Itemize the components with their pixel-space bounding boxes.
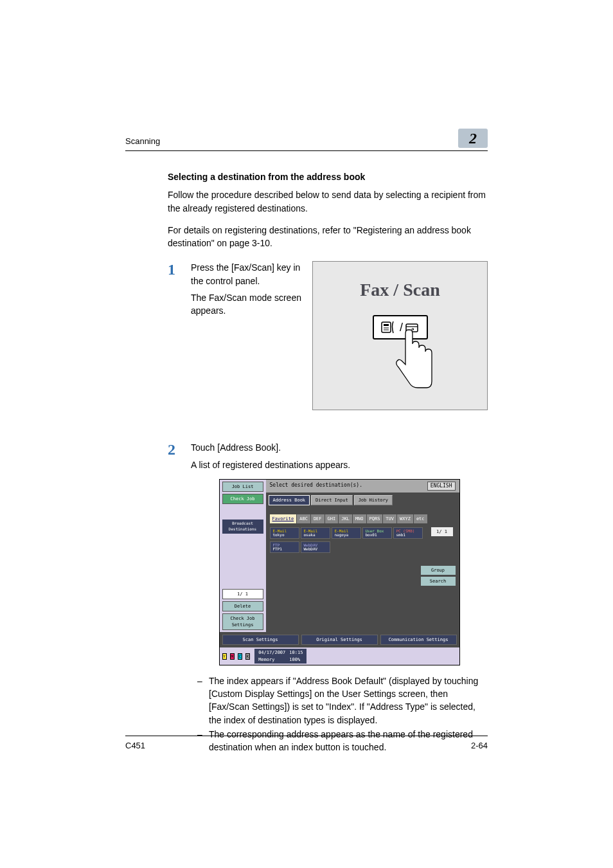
index-wxyz[interactable]: WXYZ [397,514,413,523]
dest-ftp1[interactable]: FTPFTP1 [270,541,299,553]
tab-address-book[interactable]: Address Book [269,495,310,505]
chapter-number: 2 [469,127,477,150]
screenshot-left-column: Job List Check Job Broadcast Destination… [220,480,266,632]
tab-job-history[interactable]: Job History [354,495,393,505]
search-button[interactable]: Search [421,577,456,586]
broadcast-dest-label: Broadcast Destinations [222,520,263,533]
page-footer: C451 2-64 [125,736,488,752]
section-name: Scanning [125,136,160,148]
dest-tokyo[interactable]: E-Mailtokyo [270,527,299,539]
dash-icon: – [191,674,209,727]
toner-k-icon: K [245,653,250,660]
status-time: 10:15 [289,650,303,655]
dest-osaka[interactable]: E-Mailosaka [301,527,330,539]
toner-y-icon: Y [222,653,227,660]
index-tuv[interactable]: TUV [383,514,396,523]
tab-direct-input[interactable]: Direct Input [311,495,353,505]
step-2-line-1: Touch [Address Book]. [191,441,488,454]
intro-paragraph-2: For details on registering destinations,… [168,224,488,250]
index-pqrs[interactable]: PQRS [367,514,383,523]
fax-scan-label: Fax / Scan [360,277,440,303]
index-def[interactable]: DEF [311,514,324,523]
footer-model: C451 [125,740,145,752]
screenshot-title: Select desired destination(s). [270,482,363,491]
group-button[interactable]: Group [421,566,456,575]
index-etc[interactable]: etc [414,514,427,523]
check-job-settings-button[interactable]: Check Job Settings [222,613,263,630]
language-badge[interactable]: ENGLISH [427,482,456,491]
step-2-line-2: A list of registered destinations appear… [191,458,488,471]
screenshot-status-bar: Y M C K 04/17/2007 Memory 10:15 [220,647,459,664]
dest-smb1[interactable]: PC (SMB)smb1 [393,527,423,539]
step-2: 2 Touch [Address Book]. A list of regist… [168,439,488,755]
intro-paragraph-1: Follow the procedure described below to … [168,188,488,215]
step-1-line-2: The Fax/Scan mode screen appears. [191,291,303,318]
dest-webdav[interactable]: WebDAVWebDAV [301,541,330,553]
section-title: Selecting a destination from the address… [168,170,488,183]
hand-pointer-icon [395,326,440,403]
communication-settings-button[interactable]: Communication Settings [380,635,457,645]
step-1-line-1: Press the [Fax/Scan] key in the control … [191,261,303,287]
step-2-number: 2 [168,439,191,461]
status-memory-label: Memory [258,657,274,662]
fax-scan-screenshot: Job List Check Job Broadcast Destination… [219,479,460,665]
step-1: 1 Press the [Fax/Scan] key in the contro… [168,258,488,410]
index-favorite[interactable]: Favorite [270,514,297,523]
scan-settings-button[interactable]: Scan Settings [222,635,299,645]
svg-rect-1 [384,324,389,326]
toner-m-icon: M [230,653,235,660]
index-abc[interactable]: ABC [297,514,310,523]
status-date: 04/17/2007 [258,650,285,655]
bullet-1: – The index appears if "Address Book Def… [191,674,488,727]
page-header: Scanning 2 [125,129,488,151]
footer-page: 2-64 [471,740,488,752]
index-jkl[interactable]: JKL [339,514,352,523]
toner-c-icon: C [238,653,242,660]
delete-button[interactable]: Delete [222,601,263,611]
check-job-button[interactable]: Check Job [222,494,263,504]
dest-page-indicator: 1/ 1 [431,527,453,536]
original-settings-button[interactable]: Original Settings [301,635,378,645]
index-mno[interactable]: MNO [353,514,366,523]
step-1-number: 1 [168,258,191,281]
dest-nagoya[interactable]: E-Mailnagoya [332,527,361,539]
bullet-1-text: The index appears if "Address Book Defau… [209,674,488,727]
svg-rect-0 [382,322,391,332]
status-memory-value: 100% [289,657,300,662]
index-ghi[interactable]: GHI [325,514,339,523]
job-list-button[interactable]: Job List [222,482,263,492]
fax-scan-illustration: Fax / Scan / [312,261,488,410]
chapter-badge: 2 [458,129,488,148]
dest-box01[interactable]: User Boxbox01 [362,527,392,539]
left-page-indicator: 1/ 1 [222,589,263,599]
